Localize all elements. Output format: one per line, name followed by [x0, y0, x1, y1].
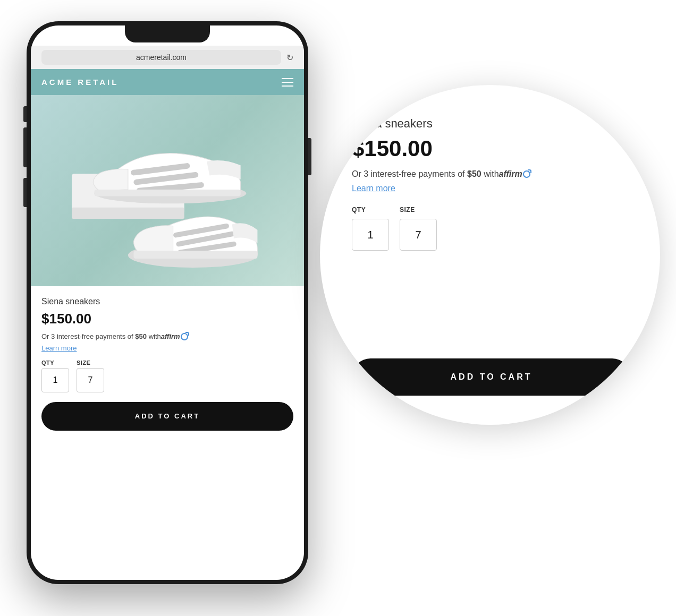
product-image — [31, 95, 304, 286]
svg-rect-6 — [133, 251, 257, 259]
notch — [125, 25, 210, 42]
zoom-price: $150.00 — [352, 136, 631, 161]
zoom-affirm-suffix: with — [484, 169, 498, 178]
affirm-amount: $50 — [135, 332, 147, 340]
qty-size-row: QTY 1 SIZE 7 — [41, 360, 293, 392]
zoom-size-label: SIZE — [400, 206, 437, 213]
mute-button — [23, 106, 27, 122]
affirm-brand: affirm — [161, 332, 180, 340]
phone-shell: acmeretail.com ↻ ACME RETAIL — [27, 21, 308, 584]
qty-label: QTY — [41, 360, 69, 366]
zoom-affirm-amount: $50 — [467, 169, 481, 178]
site-header: ACME RETAIL — [31, 69, 304, 95]
hamburger-line-3 — [282, 85, 293, 87]
product-info: Siena sneakers $150.00 Or 3 interest-fre… — [31, 286, 304, 484]
qty-value: 1 — [53, 375, 58, 385]
add-to-cart-button[interactable]: ADD TO CART — [41, 402, 293, 431]
zoom-product-name: Siena sneakers — [352, 117, 631, 131]
size-group: SIZE 7 — [77, 360, 104, 392]
url-text: acmeretail.com — [136, 53, 187, 62]
zoom-learn-more-link[interactable]: Learn more — [352, 184, 631, 193]
sneaker-illustration — [31, 95, 304, 286]
phone-page: ACME RETAIL — [31, 69, 304, 580]
reload-icon[interactable]: ↻ — [286, 53, 293, 63]
qty-input[interactable]: 1 — [41, 368, 69, 392]
zoom-qty-value: 1 — [367, 229, 373, 241]
site-logo: ACME RETAIL — [41, 78, 119, 87]
browser-bar: acmeretail.com ↻ — [31, 46, 304, 69]
size-input[interactable]: 7 — [77, 368, 104, 392]
affirm-suffix: with — [149, 332, 161, 340]
add-to-cart-label: ADD TO CART — [135, 412, 200, 420]
affirm-payment-text: Or 3 interest-free payments of $50 witha… — [41, 331, 293, 342]
zoom-add-to-cart-label: ADD TO CART — [451, 372, 533, 382]
svg-rect-2 — [72, 208, 184, 219]
zoom-qty-label: QTY — [352, 206, 389, 213]
zoom-qty-group: QTY 1 — [352, 206, 389, 251]
zoom-affirm-brand: affirm — [499, 169, 522, 178]
url-bar[interactable]: acmeretail.com — [41, 50, 281, 65]
vol-up-button — [23, 138, 27, 167]
affirm-prefix: Or 3 interest-free payments of — [41, 332, 133, 340]
svg-rect-4 — [94, 190, 240, 196]
product-price: $150.00 — [41, 311, 293, 327]
zoom-size-value: 7 — [415, 229, 421, 241]
zoom-overlay: Siena sneakers $150.00 Or 3 interest-fre… — [320, 85, 660, 425]
phone-screen: acmeretail.com ↻ ACME RETAIL — [31, 25, 304, 580]
zoom-size-input[interactable]: 7 — [400, 219, 437, 251]
zoom-affirm-circle — [523, 170, 530, 178]
zoom-affirm-prefix: Or 3 interest-free payments of — [352, 169, 465, 178]
qty-group: QTY 1 — [41, 360, 69, 392]
hamburger-line-2 — [282, 82, 293, 83]
zoom-add-to-cart-button[interactable]: ADD TO CART — [352, 358, 631, 396]
scene: acmeretail.com ↻ ACME RETAIL — [0, 0, 676, 616]
zoom-affirm-text: Or 3 interest-free payments of $50 witha… — [352, 168, 631, 181]
product-name: Siena sneakers — [41, 297, 293, 306]
zoom-size-group: SIZE 7 — [400, 206, 437, 251]
learn-more-link[interactable]: Learn more — [41, 344, 293, 352]
hamburger-menu[interactable] — [282, 78, 293, 87]
zoom-qty-size-row: QTY 1 SIZE 7 — [352, 206, 631, 251]
affirm-logo-circle — [181, 333, 188, 340]
size-label: SIZE — [77, 360, 104, 366]
size-value: 7 — [88, 375, 93, 385]
zoom-qty-input[interactable]: 1 — [352, 219, 389, 251]
vol-down-button — [23, 178, 27, 207]
hamburger-line-1 — [282, 78, 293, 79]
